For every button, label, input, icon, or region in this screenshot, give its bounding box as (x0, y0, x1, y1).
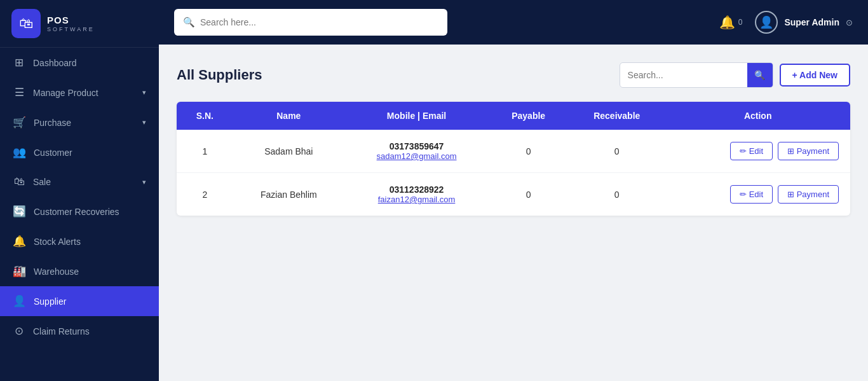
content-search-button[interactable]: 🔍 (747, 62, 773, 88)
col-payable: Payable (489, 102, 568, 130)
col-sn: S.N. (177, 102, 233, 130)
cell-sn: 1 (177, 130, 233, 173)
logo-icon: 🛍 (11, 9, 41, 38)
manage-product-arrow: ▾ (142, 88, 146, 97)
sidebar-item-manage-product[interactable]: ☰ Manage Product ▾ (0, 78, 159, 107)
manage-product-label: Manage Product (33, 88, 135, 98)
sidebar-item-sale[interactable]: 🛍 Sale ▾ (0, 167, 159, 197)
dashboard-icon: ⊞ (13, 56, 25, 69)
user-dropdown-arrow[interactable]: ⊙ (846, 18, 853, 27)
add-new-button[interactable]: + Add New (780, 64, 850, 87)
logo-subtitle: SOFTWARE (47, 26, 95, 32)
payment-button-1[interactable]: ⊞ Payment (778, 142, 839, 160)
col-receivable: Receivable (568, 102, 665, 130)
purchase-label: Purchase (34, 118, 135, 128)
customer-label: Customer (34, 148, 146, 158)
cell-email[interactable]: sadam12@gmail.com (356, 151, 477, 161)
edit-button-1[interactable]: ✏ Edit (730, 142, 773, 160)
customer-recoveries-icon: 🔄 (13, 205, 26, 218)
content-area: All Suppliers 🔍 + Add New S.N. Name Mobi… (159, 45, 868, 381)
stock-alerts-label: Stock Alerts (34, 237, 146, 247)
notification-button[interactable]: 🔔 0 (719, 15, 743, 30)
sidebar-item-stock-alerts[interactable]: 🔔 Stock Alerts (0, 226, 159, 256)
avatar: 👤 (755, 11, 778, 34)
sale-label: Sale (33, 177, 135, 187)
payment-button-2[interactable]: ⊞ Payment (778, 185, 839, 204)
customer-recoveries-label: Customer Recoveries (34, 207, 146, 217)
page-title: All Suppliers (177, 67, 262, 83)
suppliers-table-container: S.N. Name Mobile | Email Payable Receiva… (177, 102, 850, 216)
col-mobile-email: Mobile | Email (344, 102, 489, 130)
content-search-bar[interactable]: 🔍 (620, 62, 773, 88)
main-area: 🔍 🔔 0 👤 Super Admin ⊙ All Suppliers 🔍 (159, 0, 868, 381)
cell-receivable: 0 (568, 173, 665, 216)
purchase-arrow: ▾ (142, 118, 146, 127)
sale-arrow: ▾ (142, 178, 146, 186)
col-name: Name (233, 102, 344, 130)
nav-menu: ⊞ Dashboard ☰ Manage Product ▾ 🛒 Purchas… (0, 48, 159, 346)
stock-alerts-icon: 🔔 (13, 235, 26, 248)
notification-count: 0 (738, 18, 743, 27)
supplier-label: Supplier (34, 296, 146, 307)
sidebar: 🛍 POS SOFTWARE ⊞ Dashboard ☰ Manage Prod… (0, 0, 159, 381)
content-search-input[interactable] (620, 70, 747, 80)
sidebar-item-purchase[interactable]: 🛒 Purchase ▾ (0, 107, 159, 137)
table-row: 2 Fazian Behlim 03112328922 faizan12@gma… (177, 173, 850, 216)
edit-button-2[interactable]: ✏ Edit (730, 185, 773, 204)
col-action: Action (665, 102, 850, 130)
warehouse-icon: 🏭 (13, 265, 26, 278)
cell-payable: 0 (489, 173, 568, 216)
global-search-bar[interactable]: 🔍 (174, 9, 447, 36)
sidebar-item-warehouse[interactable]: 🏭 Warehouse (0, 256, 159, 286)
suppliers-table: S.N. Name Mobile | Email Payable Receiva… (177, 102, 850, 216)
cell-receivable: 0 (568, 130, 665, 173)
sidebar-item-dashboard[interactable]: ⊞ Dashboard (0, 48, 159, 78)
topbar-right: 🔔 0 👤 Super Admin ⊙ (719, 11, 853, 34)
dashboard-label: Dashboard (33, 58, 146, 68)
cell-email[interactable]: faizan12@gmail.com (356, 195, 477, 204)
user-info: 👤 Super Admin ⊙ (755, 11, 853, 34)
bell-icon: 🔔 (719, 15, 735, 30)
cell-contact: 03173859647 sadam12@gmail.com (344, 130, 489, 173)
cell-action: ✏ Edit ⊞ Payment (665, 130, 850, 173)
global-search-input[interactable] (200, 17, 438, 27)
user-name: Super Admin (784, 17, 839, 27)
sale-icon: 🛍 (13, 176, 25, 188)
supplier-icon: 👤 (13, 294, 26, 308)
cell-phone: 03112328922 (390, 184, 444, 195)
manage-product-icon: ☰ (13, 86, 25, 99)
cell-phone: 03173859647 (390, 141, 444, 151)
cell-contact: 03112328922 faizan12@gmail.com (344, 173, 489, 216)
claim-returns-label: Claim Returns (33, 326, 146, 336)
table-row: 1 Sadam Bhai 03173859647 sadam12@gmail.c… (177, 130, 850, 173)
logo-area: 🛍 POS SOFTWARE (0, 0, 159, 48)
cell-name: Sadam Bhai (233, 130, 344, 173)
cell-name: Fazian Behlim (233, 173, 344, 216)
sidebar-item-supplier[interactable]: 👤 Supplier (0, 286, 159, 316)
cell-sn: 2 (177, 173, 233, 216)
customer-icon: 👥 (13, 146, 26, 159)
table-body: 1 Sadam Bhai 03173859647 sadam12@gmail.c… (177, 130, 850, 216)
header-actions: 🔍 + Add New (620, 62, 850, 88)
logo-title: POS (47, 15, 95, 26)
claim-returns-icon: ⊙ (13, 324, 25, 338)
sidebar-item-customer[interactable]: 👥 Customer (0, 137, 159, 167)
page-header: All Suppliers 🔍 + Add New (177, 62, 850, 88)
sidebar-item-customer-recoveries[interactable]: 🔄 Customer Recoveries (0, 197, 159, 226)
purchase-icon: 🛒 (13, 116, 26, 129)
search-icon: 🔍 (183, 17, 195, 28)
table-header-row: S.N. Name Mobile | Email Payable Receiva… (177, 102, 850, 130)
cell-payable: 0 (489, 130, 568, 173)
cell-action: ✏ Edit ⊞ Payment (665, 173, 850, 216)
topbar: 🔍 🔔 0 👤 Super Admin ⊙ (159, 0, 868, 45)
warehouse-label: Warehouse (34, 267, 146, 277)
sidebar-item-claim-returns[interactable]: ⊙ Claim Returns (0, 316, 159, 346)
